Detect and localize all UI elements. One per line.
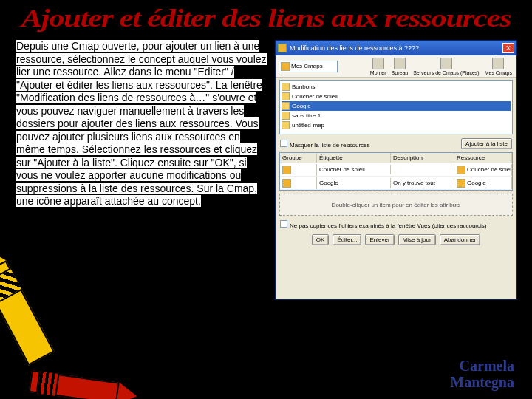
tree-item[interactable]: sans titre 1 — [282, 111, 511, 120]
page-title: Ajouter et éditer des liens aux ressourc… — [0, 0, 532, 34]
paragraph-text: Depuis une Cmap ouverte, pour ajouter un… — [16, 40, 267, 207]
nav-mycmaps-button[interactable]: Mes Cmaps — [483, 58, 514, 75]
edit-button[interactable]: Éditer... — [332, 234, 361, 245]
web-icon — [282, 179, 291, 188]
window-titlebar[interactable]: Modification des liens de ressources à ?… — [276, 41, 516, 55]
dialog-window: Modification des liens de ressources à ?… — [275, 40, 517, 300]
nav-up-button[interactable]: Monter — [369, 58, 388, 75]
web-icon — [457, 179, 466, 188]
image-icon — [457, 166, 466, 174]
file-icon — [282, 121, 290, 129]
window-title: Modification des liens de ressources à ?… — [290, 44, 502, 52]
author-signature: CarmelaMantegna — [450, 358, 514, 390]
folder-icon — [281, 62, 290, 71]
cancel-button[interactable]: Abandonner — [440, 234, 481, 245]
col-group[interactable]: Groupe — [280, 153, 317, 163]
window-icon — [278, 44, 287, 52]
resource-tree[interactable]: Bonbons Coucher de soleil Google sans ti… — [279, 80, 513, 134]
title-text: Ajouter et éditer des liens aux ressourc… — [21, 4, 511, 33]
desktop-icon — [394, 58, 406, 69]
tree-item[interactable]: untitled-map — [282, 120, 511, 130]
cmaps-icon — [492, 58, 504, 69]
up-icon — [372, 58, 384, 69]
tree-item-selected[interactable]: Google — [282, 101, 511, 111]
copy-checkbox[interactable]: Ne pas copier ces fichiers examinés à la… — [280, 220, 486, 229]
tree-item[interactable]: Coucher de soleil — [282, 92, 511, 101]
toolbar: Mes Cmaps Monter Bureau Serveurs de Cmap… — [276, 55, 516, 78]
checkbox-icon — [280, 140, 287, 147]
table-row[interactable]: Coucher de soleil Coucher de soleil — [280, 163, 512, 177]
drop-hint: Double-cliquer un item pour en éditer le… — [279, 194, 513, 216]
mask-checkbox[interactable]: Masquer la liste de ressources — [280, 140, 370, 149]
col-label[interactable]: Étiquette — [317, 153, 391, 163]
tree-item[interactable]: Bonbons — [282, 82, 511, 92]
nav-servers-button[interactable]: Serveurs de Cmaps (Places) — [412, 58, 480, 75]
file-icon — [282, 102, 290, 110]
red-crayon-decoration — [28, 364, 150, 399]
globe-icon — [440, 58, 452, 69]
add-to-list-button[interactable]: Ajouter à la liste — [461, 138, 512, 149]
ok-button[interactable]: OK — [312, 234, 330, 245]
col-desc[interactable]: Description — [391, 153, 454, 163]
col-res[interactable]: Ressource — [454, 153, 512, 163]
instruction-paragraph: Depuis une Cmap ouverte, pour ajouter un… — [16, 40, 267, 300]
resources-table: Groupe Étiquette Description Ressource C… — [279, 152, 513, 191]
nav-desktop-button[interactable]: Bureau — [390, 58, 410, 75]
delete-button[interactable]: Enlever — [365, 234, 394, 245]
file-icon — [282, 83, 290, 91]
file-icon — [282, 92, 290, 100]
update-button[interactable]: Mise à jour — [398, 234, 436, 245]
checkbox-icon — [280, 220, 287, 228]
file-icon — [282, 112, 290, 120]
table-row[interactable]: Google On y trouve tout Google — [280, 177, 512, 190]
close-icon[interactable]: X — [502, 43, 514, 53]
image-icon — [282, 166, 291, 174]
address-label: Mes Cmaps — [291, 63, 323, 69]
address-field[interactable]: Mes Cmaps — [279, 61, 338, 72]
button-row: OK Éditer... Enlever Mise à jour Abandon… — [276, 231, 516, 249]
